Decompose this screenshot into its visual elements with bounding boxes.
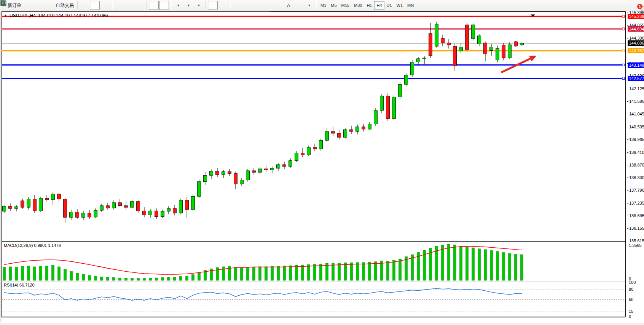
timeframe-m5[interactable]: M5 [328, 1, 339, 10]
macd-histogram-bar [33, 267, 36, 280]
crosshair-button[interactable] [218, 1, 228, 10]
line-chart-button[interactable] [100, 1, 110, 10]
candle-body [131, 202, 134, 207]
candle-body [447, 43, 451, 45]
candle-body [338, 133, 341, 137]
new-order-button[interactable]: 新订单 [6, 1, 23, 10]
cloud-user-button[interactable] [33, 1, 43, 10]
candle-body [332, 131, 335, 133]
candle-body [167, 208, 171, 211]
arrows-button[interactable]: ▼ [304, 1, 314, 10]
candlestick-button[interactable] [90, 1, 100, 10]
macd-histogram-bar [88, 275, 91, 280]
horizontal-line-button[interactable] [242, 1, 252, 10]
macd-histogram-bar [326, 263, 328, 280]
hline-handle-142.577[interactable] [622, 77, 625, 80]
macd-histogram-bar [58, 267, 61, 280]
chart-title: ▼ USDJPY-,H4 144.010 144.107 143.977 144… [4, 13, 108, 18]
price-tick-label: 144.300 [629, 36, 644, 40]
bar-chart-button[interactable] [80, 1, 89, 10]
trendline-button[interactable] [253, 1, 263, 10]
hline-handle-143.149[interactable] [622, 64, 625, 66]
candle-body [472, 25, 475, 38]
macd-histogram-bar [241, 268, 243, 280]
hline-handle-143.757[interactable] [622, 50, 625, 52]
macd-histogram-bar [3, 267, 6, 280]
macd-histogram-bar [362, 263, 365, 280]
candle-body [15, 207, 18, 208]
macd-histogram-bar [466, 247, 469, 280]
price-tick-label: 141.045 [629, 112, 644, 116]
timeframe-toolbar: M1M5M15M30H1H4D1W1MN [318, 1, 416, 10]
timeframe-mn[interactable]: MN [405, 1, 416, 10]
macd-histogram-bar [387, 261, 389, 280]
chart-shift-button[interactable] [159, 1, 169, 10]
macd-histogram-bar [515, 254, 517, 280]
macd-histogram-bar [167, 277, 170, 280]
text-icon: A [287, 3, 290, 8]
timeframe-w1[interactable]: W1 [394, 1, 405, 10]
hline-handle-144.694[interactable] [622, 28, 625, 30]
timeframe-m30[interactable]: M30 [352, 1, 364, 10]
candle-body [155, 211, 158, 216]
timeframe-d1[interactable]: D1 [384, 1, 394, 10]
zoom-out-button[interactable] [124, 1, 134, 10]
macd-histogram-bar [161, 277, 164, 280]
search-icon[interactable] [0, 0, 7, 7]
chevron-down-icon: ▼ [198, 4, 201, 7]
price-tick-dash [627, 152, 628, 153]
price-tick-dash [627, 178, 628, 178]
templates-button[interactable]: ▼ [194, 1, 204, 10]
candle-body [283, 165, 286, 167]
price-tick-dash [627, 165, 628, 165]
channel-button[interactable]: E [263, 1, 273, 10]
window-bottom-edge [0, 323, 644, 325]
tile-windows-button[interactable] [135, 1, 145, 10]
macd-histogram-bar [198, 272, 201, 280]
macd-histogram-bar [295, 265, 298, 280]
vertical-line-button[interactable] [232, 1, 242, 10]
periods-button[interactable]: ▼ [183, 1, 193, 10]
macd-histogram-bar [496, 251, 499, 280]
rsi-scale-label-100: 100 [629, 280, 636, 285]
price-tick-label: 136.695 [629, 213, 644, 218]
indicators-button[interactable]: ▼ [173, 1, 183, 10]
candle-body [161, 211, 164, 217]
price-badge-145.236: 145.236 [628, 14, 644, 19]
timeframe-h1[interactable]: H1 [364, 1, 374, 10]
broadcast-button[interactable] [44, 1, 54, 10]
timeframe-h4[interactable]: H4 [374, 1, 384, 10]
price-tick-dash [627, 216, 628, 216]
candle-body [520, 43, 524, 45]
price-tick-label: 139.965 [629, 137, 644, 142]
macd-histogram-bar [186, 276, 188, 280]
timeframe-m15[interactable]: M15 [339, 1, 352, 10]
price-tick-dash [627, 13, 628, 13]
candle-body [33, 199, 37, 211]
candle-body [465, 25, 469, 50]
macd-histogram-bar [265, 267, 268, 280]
fibonacci-button[interactable]: F [273, 1, 283, 10]
candle-body [137, 202, 140, 211]
chart-canvas[interactable] [2, 11, 644, 322]
timeframe-m1[interactable]: M1 [318, 1, 328, 10]
collapse-caret-icon[interactable]: ▼ [4, 14, 7, 18]
candle-body [307, 147, 311, 155]
auto-scroll-button[interactable] [149, 1, 159, 10]
text-button[interactable]: A [284, 1, 293, 10]
text-label-button[interactable]: T [294, 1, 304, 10]
macd-histogram-bar [174, 277, 176, 280]
price-tick-label: 138.330 [629, 175, 644, 180]
price-tick-label: 137.235 [629, 201, 644, 205]
candle-body [423, 58, 426, 59]
candle-body [350, 130, 353, 131]
candle-body [392, 97, 396, 118]
macd-histogram-bar [478, 249, 481, 280]
hline-handle-145.236[interactable] [622, 15, 625, 18]
candle-body [222, 171, 225, 175]
zoom-in-button[interactable] [114, 1, 124, 10]
autotrading-button[interactable]: 自动交易 [54, 1, 75, 10]
price-tick-dash [627, 139, 628, 140]
cursor-button[interactable] [208, 1, 218, 10]
highlighter-button[interactable] [23, 1, 33, 10]
